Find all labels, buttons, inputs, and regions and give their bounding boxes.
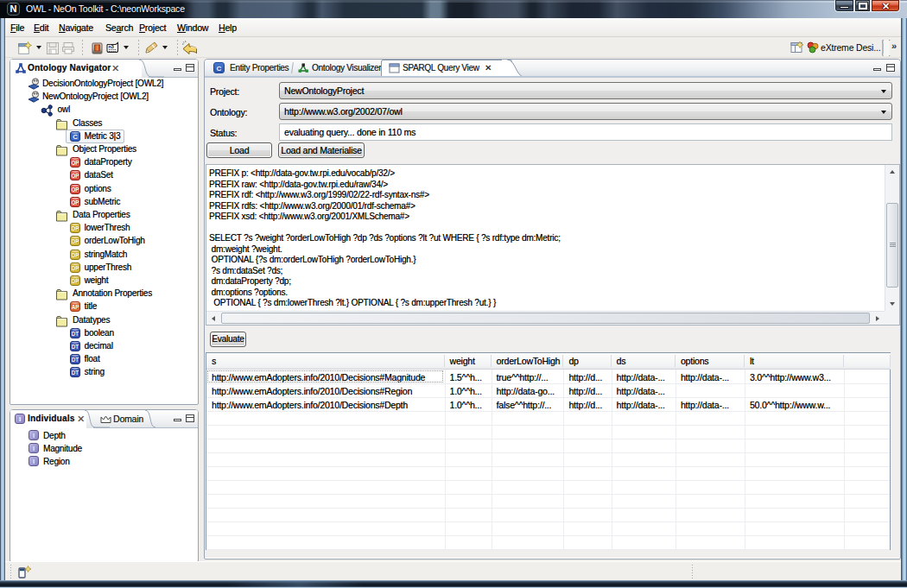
svg-text:DT: DT [71, 331, 78, 337]
svg-text:DP: DP [71, 251, 79, 257]
svg-text:OP: OP [71, 173, 79, 179]
svg-text:DT: DT [71, 357, 78, 363]
svg-text:DT: DT [71, 344, 78, 350]
svg-text:OP: OP [71, 186, 79, 192]
svg-text:AP: AP [71, 304, 79, 310]
svg-text:OP: OP [71, 199, 79, 205]
svg-text:DT: DT [71, 370, 78, 376]
svg-text:DP: DP [71, 278, 79, 284]
svg-text:DP: DP [71, 225, 79, 231]
svg-text:OP: OP [71, 160, 79, 166]
svg-text:DP: DP [71, 265, 79, 271]
svg-text:C: C [73, 133, 78, 141]
svg-text:n3: n3 [108, 44, 113, 49]
svg-text:DP: DP [71, 238, 79, 244]
